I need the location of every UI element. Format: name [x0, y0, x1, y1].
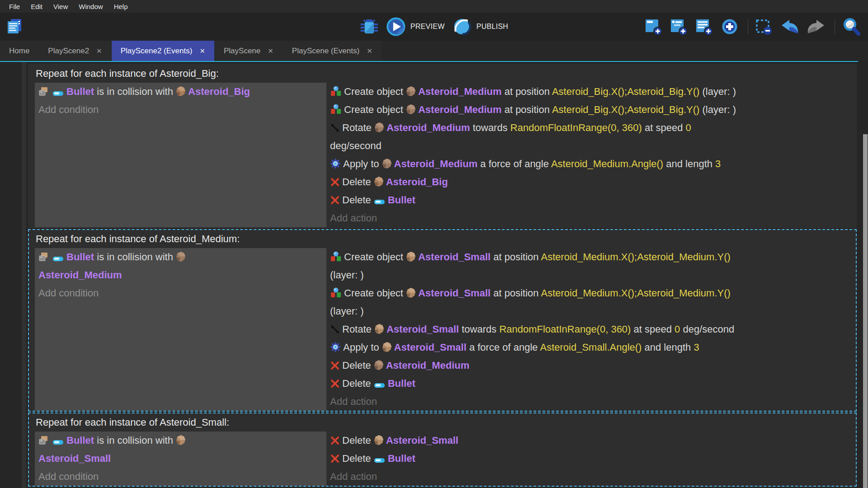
project-manager-button[interactable] — [5, 18, 24, 36]
add-action-button[interactable]: Add action — [330, 209, 852, 227]
tab-label: PlayScene — [224, 47, 260, 56]
object-name: Asteroid_Small — [386, 435, 458, 446]
asteroid-medium-icon — [406, 104, 416, 115]
text: towards — [470, 122, 510, 133]
text: Rotate — [342, 324, 374, 335]
events-sheet: Repeat for each instance of Asteroid_Big… — [28, 62, 857, 487]
text: Apply to — [343, 342, 382, 353]
tab-playscene-events[interactable]: PlayScene (Events)✕ — [283, 41, 382, 61]
delete-selection-icon — [755, 17, 774, 36]
close-icon[interactable]: ✕ — [96, 47, 102, 55]
add-condition-button[interactable]: Add condition — [38, 101, 323, 119]
text: a force of angle — [467, 342, 540, 353]
event-header[interactable]: Repeat for each instance of Asteroid_Med… — [35, 230, 856, 248]
add-subevent-button[interactable] — [670, 17, 691, 36]
menu-item-file[interactable]: File — [4, 3, 25, 10]
object-name: Asteroid_Small — [38, 453, 111, 464]
text: at position — [502, 86, 552, 97]
choose-event-button[interactable] — [720, 17, 741, 36]
expression: Asteroid_Medium.X();Asteroid_Medium.Y() — [541, 251, 730, 263]
event-repeat-block: Repeat for each instance of Asteroid_Med… — [28, 229, 857, 412]
menu-item-view[interactable]: View — [48, 3, 73, 10]
condition-row[interactable]: Bullet is in collision with Asteroid_Big — [38, 83, 323, 101]
text: deg/second — [680, 324, 734, 335]
delete-icon — [330, 379, 340, 389]
undo-button[interactable] — [780, 18, 802, 36]
menu-item-window[interactable]: Window — [73, 3, 108, 10]
action-row[interactable]: Apply to Asteroid_Medium a force of angl… — [330, 155, 852, 173]
delete-icon — [330, 177, 340, 187]
action-row[interactable]: Create object Asteroid_Medium at positio… — [330, 101, 852, 119]
action-row[interactable]: Delete Bullet — [330, 450, 852, 468]
close-icon[interactable]: ✕ — [367, 47, 373, 55]
add-action-button[interactable]: Add action — [330, 393, 852, 411]
action-row[interactable]: Delete Asteroid_Medium — [330, 357, 852, 375]
text: (layer: ) — [699, 104, 736, 115]
action-row[interactable]: Create object Asteroid_Small at position… — [330, 248, 852, 284]
action-row[interactable]: Delete Asteroid_Big — [330, 173, 852, 191]
app-window: FileEditViewWindowHelp PREVIEW PUBLISH H… — [0, 0, 868, 488]
action-row[interactable]: Rotate Asteroid_Small towards RandomFloa… — [330, 320, 852, 338]
asteroid-small-icon — [382, 342, 392, 352]
delete-selection-button[interactable] — [755, 17, 776, 36]
add-event-button[interactable] — [644, 17, 665, 36]
publish-button[interactable]: PUBLISH — [452, 17, 509, 37]
asteroid-small-icon — [176, 435, 186, 446]
menu-item-edit[interactable]: Edit — [25, 3, 48, 10]
search-button[interactable] — [841, 17, 863, 37]
choose-event-icon — [720, 17, 739, 36]
object-name: Asteroid_Big — [188, 86, 250, 97]
asteroid-medium-icon — [374, 122, 384, 133]
action-row[interactable]: Rotate Asteroid_Medium towards RandomFlo… — [330, 119, 852, 155]
actions-panel: Create object Asteroid_Medium at positio… — [326, 83, 856, 227]
condition-row[interactable]: Bullet is in collision with Asteroid_Med… — [38, 248, 323, 284]
event-header[interactable]: Repeat for each instance of Asteroid_Sma… — [35, 413, 856, 432]
asteroid-small-icon — [374, 435, 384, 446]
tab-playscene2[interactable]: PlayScene2✕ — [39, 41, 111, 61]
condition-row[interactable]: Bullet is in collision with Asteroid_Sma… — [38, 432, 323, 468]
action-row[interactable]: Apply to Asteroid_Small a force of angle… — [330, 338, 852, 357]
text: is in collision with — [94, 86, 176, 97]
add-condition-button[interactable]: Add condition — [38, 284, 323, 302]
tab-playscene2-events[interactable]: PlayScene2 (Events)✕ — [112, 41, 214, 61]
tab-home[interactable]: Home — [0, 41, 38, 61]
action-row[interactable]: Delete Bullet — [330, 375, 852, 393]
event-header[interactable]: Repeat for each instance of Asteroid_Big… — [35, 65, 856, 83]
toolbar-separator — [835, 19, 835, 34]
expression: Asteroid_Big.X();Asteroid_Big.Y() — [552, 104, 699, 115]
add-comment-button[interactable] — [695, 17, 716, 36]
debugger-icon[interactable] — [360, 18, 379, 36]
delete-icon — [330, 361, 340, 371]
conditions-panel: Bullet is in collision with Asteroid_Med… — [35, 248, 326, 411]
undo-icon — [780, 18, 800, 36]
tab-label: PlayScene2 — [48, 47, 89, 56]
expression: Asteroid_Small.Angle() — [540, 342, 642, 353]
preview-button[interactable]: PREVIEW — [386, 17, 445, 37]
action-row[interactable]: Delete Bullet — [330, 191, 852, 209]
object-name: Asteroid_Small — [418, 287, 491, 299]
scrollbar-thumb[interactable] — [863, 134, 868, 488]
actions-panel: Create object Asteroid_Small at position… — [326, 248, 856, 411]
action-row[interactable]: Create object Asteroid_Medium at positio… — [330, 83, 852, 101]
text: (layer: ) — [330, 269, 364, 281]
redo-button[interactable] — [806, 18, 828, 36]
text: at position — [491, 251, 541, 263]
text: Delete — [342, 194, 374, 206]
text: at position — [491, 287, 541, 299]
text: (layer: ) — [330, 305, 364, 317]
text: Delete — [342, 378, 374, 389]
action-row[interactable]: Create object Asteroid_Small at position… — [330, 284, 852, 320]
text: Delete — [342, 453, 374, 464]
text: Create object — [344, 104, 406, 115]
menu-bar: FileEditViewWindowHelp — [0, 0, 868, 13]
menu-item-help[interactable]: Help — [108, 3, 133, 10]
add-condition-button[interactable]: Add condition — [38, 468, 323, 486]
close-icon[interactable]: ✕ — [268, 47, 274, 55]
apply-force-icon — [330, 342, 341, 352]
close-icon[interactable]: ✕ — [199, 47, 205, 55]
tab-playscene[interactable]: PlayScene✕ — [215, 41, 283, 61]
expression: Asteroid_Big.X();Asteroid_Big.Y() — [552, 86, 699, 97]
expression: 0 — [686, 122, 691, 133]
action-row[interactable]: Delete Asteroid_Small — [330, 432, 852, 450]
add-action-button[interactable]: Add action — [330, 468, 852, 486]
